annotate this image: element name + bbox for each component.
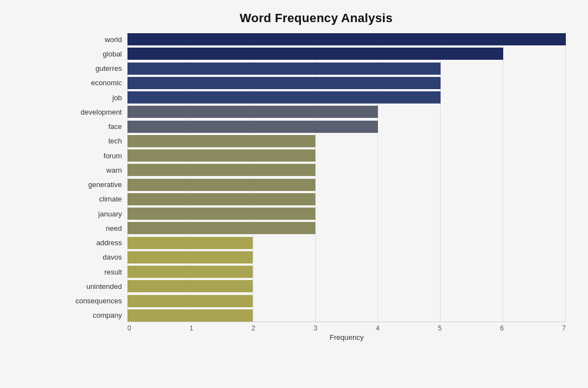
x-tick: 5 xyxy=(438,324,442,332)
bar-label: economic xyxy=(67,79,127,87)
bar-fill xyxy=(127,309,253,322)
bar-label: company xyxy=(67,311,127,319)
bar-fill xyxy=(127,33,566,45)
bar-label: world xyxy=(67,35,127,44)
bar-label: development xyxy=(67,108,127,116)
x-axis-label: Frequency xyxy=(127,333,566,342)
bar-fill xyxy=(127,179,315,191)
chart-container: Word Frequency Analysis worldglobalguter… xyxy=(0,0,588,388)
bar-row: warn xyxy=(67,164,566,176)
bar-track xyxy=(127,135,566,147)
bar-row: tech xyxy=(67,135,566,147)
bar-row: result xyxy=(67,266,566,278)
bar-fill xyxy=(127,106,378,118)
bar-fill xyxy=(127,295,253,307)
bar-row: davos xyxy=(67,251,566,263)
x-tick: 4 xyxy=(376,324,380,332)
bar-row: forum xyxy=(67,149,566,162)
bar-track xyxy=(127,106,566,118)
bar-track xyxy=(127,149,566,162)
bar-track xyxy=(127,63,566,75)
bar-fill xyxy=(127,193,315,205)
bar-row: january xyxy=(67,208,566,220)
bar-track xyxy=(127,237,566,249)
x-axis: 01234567 Frequency xyxy=(127,322,566,344)
bar-row: development xyxy=(67,106,566,118)
bar-fill xyxy=(127,63,441,75)
bar-fill xyxy=(127,222,315,234)
bar-track xyxy=(127,222,566,234)
bar-track xyxy=(127,77,566,89)
bar-track xyxy=(127,193,566,205)
bar-fill xyxy=(127,237,253,249)
bar-row: need xyxy=(67,222,566,234)
bar-label: address xyxy=(67,239,127,247)
bar-row: company xyxy=(67,309,566,322)
bar-label: climate xyxy=(67,195,127,203)
bar-row: world xyxy=(67,33,566,45)
x-tick: 2 xyxy=(252,324,255,332)
bar-label: consequences xyxy=(67,297,127,305)
bar-label: forum xyxy=(67,152,127,160)
bar-row: consequences xyxy=(67,295,566,307)
bar-fill xyxy=(127,48,503,60)
chart-area: worldglobalguterreseconomicjobdevelopmen… xyxy=(67,33,566,344)
bar-fill xyxy=(127,91,441,104)
bar-row: unintended xyxy=(67,280,566,292)
x-ticks: 01234567 xyxy=(127,322,566,332)
x-tick: 0 xyxy=(127,324,131,332)
bar-track xyxy=(127,164,566,176)
bar-track xyxy=(127,91,566,104)
bar-row: global xyxy=(67,48,566,60)
bar-row: job xyxy=(67,91,566,104)
bar-label: unintended xyxy=(67,282,127,291)
bar-track xyxy=(127,121,566,133)
bar-label: january xyxy=(67,210,127,218)
bars-wrapper: worldglobalguterreseconomicjobdevelopmen… xyxy=(67,33,566,322)
x-tick: 1 xyxy=(190,324,193,332)
bar-track xyxy=(127,179,566,191)
bar-track xyxy=(127,266,566,278)
bar-fill xyxy=(127,280,253,292)
bar-fill xyxy=(127,121,378,133)
x-tick: 3 xyxy=(314,324,318,332)
bar-fill xyxy=(127,135,315,147)
bar-row: economic xyxy=(67,77,566,89)
bar-fill xyxy=(127,77,441,89)
x-tick: 7 xyxy=(562,324,566,332)
bar-row: address xyxy=(67,237,566,249)
bar-label: global xyxy=(67,50,127,58)
bar-track xyxy=(127,295,566,307)
bar-fill xyxy=(127,251,253,263)
bar-label: guterres xyxy=(67,64,127,73)
bar-label: warn xyxy=(67,166,127,174)
bar-label: result xyxy=(67,268,127,276)
bar-fill xyxy=(127,208,315,220)
bar-track xyxy=(127,208,566,220)
bar-label: job xyxy=(67,94,127,102)
bar-row: face xyxy=(67,121,566,133)
bar-track xyxy=(127,48,566,60)
bar-track xyxy=(127,309,566,322)
x-tick: 6 xyxy=(500,324,504,332)
bar-row: climate xyxy=(67,193,566,205)
bar-label: generative xyxy=(67,180,127,189)
bar-track xyxy=(127,280,566,292)
bar-track xyxy=(127,251,566,263)
bar-label: tech xyxy=(67,137,127,145)
bar-label: face xyxy=(67,122,127,131)
bar-fill xyxy=(127,149,315,162)
bar-label: need xyxy=(67,224,127,232)
bar-label: davos xyxy=(67,253,127,261)
bar-fill xyxy=(127,266,253,278)
bar-row: generative xyxy=(67,179,566,191)
chart-title: Word Frequency Analysis xyxy=(67,11,566,25)
bar-track xyxy=(127,33,566,45)
bar-fill xyxy=(127,164,315,176)
bar-row: guterres xyxy=(67,63,566,75)
